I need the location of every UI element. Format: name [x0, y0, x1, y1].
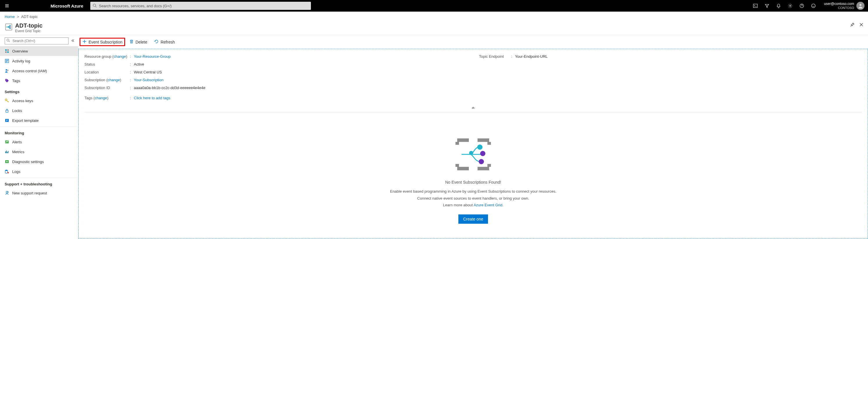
svg-rect-11 — [5, 49, 7, 51]
settings-button[interactable] — [784, 0, 796, 11]
page-title: ADT-topic — [15, 22, 850, 29]
sidebar-item-metrics[interactable]: Metrics — [0, 147, 79, 157]
prop-row-topic-endpoint: Topic Endpoint : Your-Endpoint-URL — [479, 53, 862, 60]
colon: : — [130, 62, 134, 66]
refresh-button[interactable]: Refresh — [151, 37, 178, 46]
cloud-shell-icon — [753, 3, 758, 8]
activity-log-icon — [5, 59, 9, 63]
delete-button[interactable]: Delete — [126, 37, 150, 46]
sidebar-group-settings: Settings — [0, 86, 79, 96]
sidebar-item-overview[interactable]: Overview — [0, 46, 79, 56]
search-icon — [6, 39, 10, 43]
pin-button[interactable] — [850, 22, 855, 28]
user-email: user@contoso.com — [824, 2, 854, 6]
colon: : — [130, 96, 134, 100]
toolbar-label: Refresh — [160, 40, 175, 44]
sidebar-item-tags[interactable]: Tags — [0, 76, 79, 86]
essentials-left-column: Resource group (change) : Your-Resource-… — [85, 53, 467, 102]
prop-row-location: Location : West Central US — [85, 68, 467, 76]
close-button[interactable] — [859, 23, 863, 28]
svg-point-5 — [860, 4, 862, 6]
add-tags-link[interactable]: Click here to add tags — [134, 96, 170, 100]
prop-row-resource-group: Resource group (change) : Your-Resource-… — [85, 53, 467, 60]
metrics-icon — [5, 150, 9, 154]
svg-point-30 — [479, 159, 484, 164]
sidebar-item-access-control[interactable]: Access control (IAM) — [0, 66, 79, 76]
close-icon — [859, 23, 863, 27]
sidebar-item-new-support-request[interactable]: New support request — [0, 188, 79, 198]
cloud-shell-button[interactable] — [749, 0, 761, 11]
hamburger-menu-button[interactable] — [1, 0, 13, 11]
empty-state-line2: Connect native event sources to event ha… — [380, 196, 566, 201]
svg-rect-20 — [6, 110, 8, 112]
sidebar-group-monitoring: Monitoring — [0, 127, 79, 137]
sidebar-item-label: Diagnostic settings — [12, 160, 44, 164]
sidebar-item-export-template[interactable]: Export template — [0, 116, 79, 125]
svg-point-28 — [477, 144, 483, 150]
event-subscription-button[interactable]: Event Subscription — [80, 38, 125, 46]
user-account-button[interactable]: user@contoso.com CONTOSO — [819, 2, 867, 10]
sidebar-search-input[interactable] — [5, 37, 68, 44]
breadcrumb-current: ADT-topic — [21, 14, 38, 19]
azure-event-grid-link[interactable]: Azure Event Grid — [473, 203, 502, 207]
empty-state-line1: Enable event based programming in Azure … — [380, 189, 566, 194]
subscription-link[interactable]: Your-Subscription — [134, 78, 163, 82]
prop-row-status: Status : Active — [85, 60, 467, 68]
sidebar-item-activity-log[interactable]: Activity log — [0, 56, 79, 66]
sidebar-item-alerts[interactable]: Alerts — [0, 137, 79, 147]
sidebar-item-locks[interactable]: Locks — [0, 106, 79, 116]
svg-point-7 — [9, 25, 11, 26]
colon: : — [130, 70, 134, 74]
command-bar: Event Subscription Delete Refresh — [79, 35, 868, 49]
lock-icon — [5, 108, 9, 113]
subscription-id-value: aaaa0a0a-bb1b-cc2c-dd3d-eeeeee4e4e4e — [134, 86, 467, 90]
empty-state-learn-more: Learn more about Azure Event Grid. — [380, 202, 566, 208]
collapse-essentials-button[interactable] — [85, 104, 862, 112]
user-text: user@contoso.com CONTOSO — [824, 2, 854, 10]
svg-point-31 — [469, 151, 473, 155]
global-search — [90, 2, 311, 10]
logs-icon — [5, 169, 9, 174]
resource-group-link[interactable]: Your-Resource-Group — [134, 54, 171, 59]
diagnostic-icon — [5, 159, 9, 164]
help-button[interactable] — [796, 0, 808, 11]
event-grid-topic-icon — [5, 23, 13, 31]
svg-point-26 — [7, 172, 9, 173]
sidebar-item-label: Metrics — [12, 150, 24, 154]
search-icon — [93, 3, 97, 8]
feedback-button[interactable] — [808, 0, 819, 11]
sidebar-item-diagnostic-settings[interactable]: Diagnostic settings — [0, 157, 79, 166]
resource-type-label: Event Grid Topic — [15, 29, 850, 33]
collapse-sidebar-button[interactable] — [71, 39, 75, 43]
svg-point-24 — [6, 161, 7, 162]
hamburger-icon — [5, 3, 9, 8]
support-icon — [5, 191, 9, 195]
chevron-double-up-icon — [471, 106, 475, 109]
sidebar-item-label: Overview — [12, 49, 28, 54]
change-resource-group-link[interactable]: change — [114, 54, 126, 59]
sidebar-item-access-keys[interactable]: Access keys — [0, 96, 79, 106]
notifications-button[interactable] — [773, 0, 784, 11]
resource-header: ADT-topic Event Grid Topic — [0, 21, 868, 35]
sidebar-item-label: Access control (IAM) — [12, 69, 47, 73]
svg-point-27 — [6, 191, 8, 193]
prop-row-tags: Tags (change) : Click here to add tags — [85, 94, 467, 102]
prop-label: Subscription — [85, 78, 105, 82]
top-navigation-bar: Microsoft Azure user@contoso.com CONTOS — [0, 0, 868, 11]
prop-row-subscription-id: Subscription ID : aaaa0a0a-bb1b-cc2c-dd3… — [85, 84, 467, 92]
empty-state-title: No Event Subscriptions Found! — [90, 180, 856, 185]
directories-filter-button[interactable] — [761, 0, 773, 11]
global-search-input[interactable] — [90, 2, 311, 10]
sidebar-item-label: Activity log — [12, 59, 30, 63]
change-tags-link[interactable]: change — [95, 96, 107, 100]
sidebar-item-logs[interactable]: Logs — [0, 166, 79, 176]
change-subscription-link[interactable]: change — [108, 78, 120, 82]
breadcrumb-home[interactable]: Home — [5, 14, 15, 19]
create-one-button[interactable]: Create one — [458, 215, 488, 224]
breadcrumb: Home > ADT-topic — [0, 11, 868, 21]
avatar-icon — [858, 3, 863, 9]
sidebar-item-label: Export template — [12, 118, 39, 123]
colon: : — [130, 54, 134, 59]
resource-nav-sidebar: Overview Activity log Access control (IA… — [0, 35, 79, 238]
brand-label[interactable]: Microsoft Azure — [51, 3, 83, 8]
